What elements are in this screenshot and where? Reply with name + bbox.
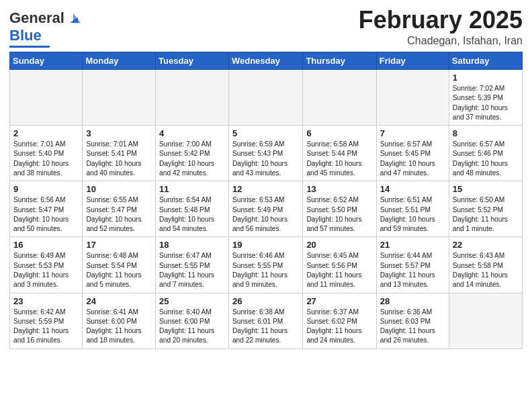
logo-blue-text: Blue xyxy=(9,27,42,44)
day-number: 22 xyxy=(453,240,519,250)
day-number: 23 xyxy=(13,296,79,306)
day-number: 24 xyxy=(86,296,152,306)
day-cell: 9Sunrise: 6:56 AMSunset: 5:47 PMDaylight… xyxy=(10,181,83,237)
day-info: Sunrise: 6:49 AMSunset: 5:53 PMDaylight:… xyxy=(13,251,79,289)
day-cell: 12Sunrise: 6:53 AMSunset: 5:49 PMDayligh… xyxy=(228,181,302,237)
day-cell: 22Sunrise: 6:43 AMSunset: 5:58 PMDayligh… xyxy=(449,237,522,293)
day-cell: 8Sunrise: 6:57 AMSunset: 5:46 PMDaylight… xyxy=(449,126,522,181)
week-row-1: 2Sunrise: 7:01 AMSunset: 5:40 PMDaylight… xyxy=(10,126,523,181)
day-number: 9 xyxy=(13,184,79,194)
day-info: Sunrise: 6:55 AMSunset: 5:47 PMDaylight:… xyxy=(86,195,152,234)
day-number: 21 xyxy=(380,240,445,250)
day-cell xyxy=(376,70,449,126)
day-cell: 23Sunrise: 6:42 AMSunset: 5:59 PMDayligh… xyxy=(10,293,83,349)
day-cell: 16Sunrise: 6:49 AMSunset: 5:53 PMDayligh… xyxy=(10,237,83,293)
day-number: 10 xyxy=(86,184,152,194)
day-info: Sunrise: 6:47 AMSunset: 5:55 PMDaylight:… xyxy=(159,251,225,289)
location: Chadegan, Isfahan, Iran xyxy=(359,35,523,47)
logo-icon xyxy=(66,11,81,26)
day-cell xyxy=(449,293,522,349)
day-number: 14 xyxy=(380,184,445,194)
day-cell xyxy=(228,70,302,126)
weekday-header-saturday: Saturday xyxy=(449,52,522,70)
day-cell: 2Sunrise: 7:01 AMSunset: 5:40 PMDaylight… xyxy=(10,126,83,181)
day-info: Sunrise: 6:52 AMSunset: 5:50 PMDaylight:… xyxy=(306,195,372,234)
month-year: February 2025 xyxy=(359,7,523,34)
logo: General Blue xyxy=(9,9,81,48)
day-cell: 21Sunrise: 6:44 AMSunset: 5:57 PMDayligh… xyxy=(376,237,449,293)
svg-marker-1 xyxy=(73,13,81,23)
day-info: Sunrise: 6:48 AMSunset: 5:54 PMDaylight:… xyxy=(86,251,152,289)
page-header: General Blue February 2025 Chadegan, Isf… xyxy=(9,7,523,48)
day-cell: 1Sunrise: 7:02 AMSunset: 5:39 PMDaylight… xyxy=(449,70,522,126)
day-info: Sunrise: 6:40 AMSunset: 6:00 PMDaylight:… xyxy=(159,308,225,346)
day-number: 3 xyxy=(86,128,152,138)
title-block: February 2025 Chadegan, Isfahan, Iran xyxy=(359,7,523,47)
day-cell: 18Sunrise: 6:47 AMSunset: 5:55 PMDayligh… xyxy=(156,237,229,293)
day-number: 11 xyxy=(159,184,225,194)
day-cell: 11Sunrise: 6:54 AMSunset: 5:48 PMDayligh… xyxy=(156,181,229,237)
day-cell: 19Sunrise: 6:46 AMSunset: 5:55 PMDayligh… xyxy=(228,237,302,293)
day-info: Sunrise: 6:56 AMSunset: 5:47 PMDaylight:… xyxy=(13,195,79,234)
day-info: Sunrise: 6:59 AMSunset: 5:43 PMDaylight:… xyxy=(232,140,299,178)
week-row-0: 1Sunrise: 7:02 AMSunset: 5:39 PMDaylight… xyxy=(10,70,523,126)
day-cell: 24Sunrise: 6:41 AMSunset: 6:00 PMDayligh… xyxy=(83,293,156,349)
day-info: Sunrise: 6:51 AMSunset: 5:51 PMDaylight:… xyxy=(380,195,445,234)
weekday-header-friday: Friday xyxy=(376,52,449,70)
day-number: 13 xyxy=(306,184,372,194)
day-cell: 6Sunrise: 6:58 AMSunset: 5:44 PMDaylight… xyxy=(303,126,376,181)
day-number: 18 xyxy=(159,240,225,250)
day-number: 27 xyxy=(306,296,372,306)
day-cell: 10Sunrise: 6:55 AMSunset: 5:47 PMDayligh… xyxy=(83,181,156,237)
weekday-header-row: SundayMondayTuesdayWednesdayThursdayFrid… xyxy=(10,52,523,70)
day-number: 2 xyxy=(13,128,79,138)
day-info: Sunrise: 6:37 AMSunset: 6:02 PMDaylight:… xyxy=(306,308,372,346)
day-number: 28 xyxy=(380,296,445,306)
day-number: 5 xyxy=(232,128,299,138)
day-info: Sunrise: 6:50 AMSunset: 5:52 PMDaylight:… xyxy=(453,195,519,234)
logo-general-text: General xyxy=(9,9,64,27)
day-info: Sunrise: 6:41 AMSunset: 6:00 PMDaylight:… xyxy=(86,308,152,346)
day-number: 19 xyxy=(232,240,299,250)
week-row-4: 23Sunrise: 6:42 AMSunset: 5:59 PMDayligh… xyxy=(10,293,523,349)
logo-underline xyxy=(9,46,50,48)
day-info: Sunrise: 7:02 AMSunset: 5:39 PMDaylight:… xyxy=(453,84,519,122)
weekday-header-sunday: Sunday xyxy=(10,52,83,70)
day-number: 26 xyxy=(232,296,299,306)
day-info: Sunrise: 6:36 AMSunset: 6:03 PMDaylight:… xyxy=(380,308,445,346)
day-info: Sunrise: 6:45 AMSunset: 5:56 PMDaylight:… xyxy=(306,251,372,289)
day-number: 6 xyxy=(306,128,372,138)
weekday-header-monday: Monday xyxy=(83,52,156,70)
day-number: 8 xyxy=(453,128,519,138)
day-cell: 28Sunrise: 6:36 AMSunset: 6:03 PMDayligh… xyxy=(376,293,449,349)
day-info: Sunrise: 6:42 AMSunset: 5:59 PMDaylight:… xyxy=(13,308,79,346)
day-number: 20 xyxy=(306,240,372,250)
day-info: Sunrise: 6:38 AMSunset: 6:01 PMDaylight:… xyxy=(232,308,299,346)
day-info: Sunrise: 6:57 AMSunset: 5:46 PMDaylight:… xyxy=(453,140,519,178)
day-number: 15 xyxy=(453,184,519,194)
day-number: 4 xyxy=(159,128,225,138)
calendar-page: General Blue February 2025 Chadegan, Isf… xyxy=(0,0,532,411)
day-cell xyxy=(83,70,156,126)
weekday-header-thursday: Thursday xyxy=(303,52,376,70)
day-number: 12 xyxy=(232,184,299,194)
day-cell: 13Sunrise: 6:52 AMSunset: 5:50 PMDayligh… xyxy=(303,181,376,237)
day-cell: 7Sunrise: 6:57 AMSunset: 5:45 PMDaylight… xyxy=(376,126,449,181)
day-number: 17 xyxy=(86,240,152,250)
day-cell xyxy=(303,70,376,126)
day-info: Sunrise: 7:00 AMSunset: 5:42 PMDaylight:… xyxy=(159,140,225,178)
day-info: Sunrise: 6:46 AMSunset: 5:55 PMDaylight:… xyxy=(232,251,299,289)
day-info: Sunrise: 7:01 AMSunset: 5:40 PMDaylight:… xyxy=(13,140,79,178)
day-info: Sunrise: 6:53 AMSunset: 5:49 PMDaylight:… xyxy=(232,195,299,234)
day-info: Sunrise: 7:01 AMSunset: 5:41 PMDaylight:… xyxy=(86,140,152,178)
day-number: 16 xyxy=(13,240,79,250)
day-info: Sunrise: 6:43 AMSunset: 5:58 PMDaylight:… xyxy=(453,251,519,289)
day-cell: 26Sunrise: 6:38 AMSunset: 6:01 PMDayligh… xyxy=(228,293,302,349)
day-number: 25 xyxy=(159,296,225,306)
day-cell: 20Sunrise: 6:45 AMSunset: 5:56 PMDayligh… xyxy=(303,237,376,293)
day-info: Sunrise: 6:44 AMSunset: 5:57 PMDaylight:… xyxy=(380,251,445,289)
day-cell: 4Sunrise: 7:00 AMSunset: 5:42 PMDaylight… xyxy=(156,126,229,181)
day-cell: 14Sunrise: 6:51 AMSunset: 5:51 PMDayligh… xyxy=(376,181,449,237)
day-info: Sunrise: 6:54 AMSunset: 5:48 PMDaylight:… xyxy=(159,195,225,234)
day-cell: 17Sunrise: 6:48 AMSunset: 5:54 PMDayligh… xyxy=(83,237,156,293)
